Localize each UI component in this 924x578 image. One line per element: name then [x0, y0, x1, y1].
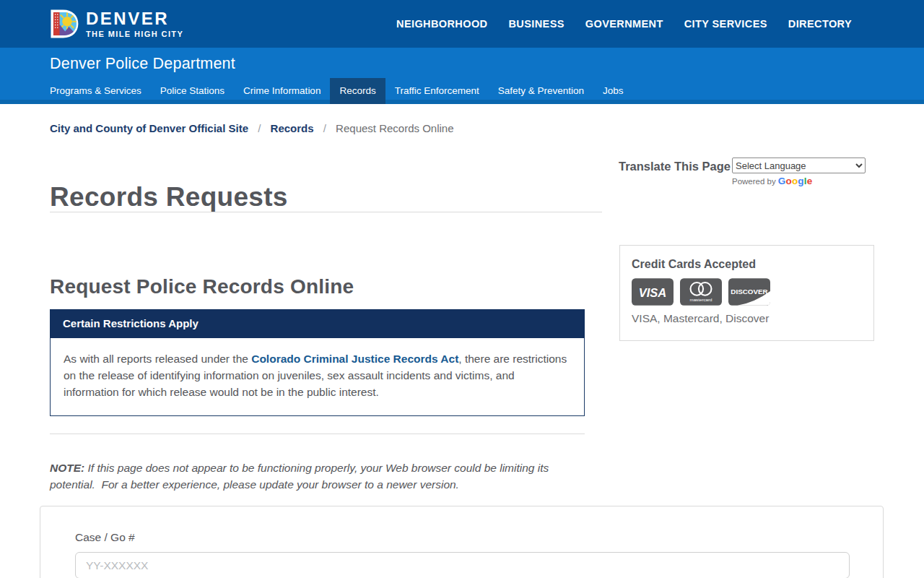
svg-text:mastercard: mastercard [689, 297, 712, 302]
dept-nav-safety-prevention[interactable]: Safety & Prevention [489, 78, 593, 104]
language-select[interactable]: Select Language [732, 158, 866, 173]
svg-text:VISA: VISA [639, 286, 667, 300]
credit-cards-box: Credit Cards Accepted VISA mastercard DI… [619, 245, 874, 341]
discover-icon: DISCOVER [728, 278, 770, 306]
breadcrumb-separator: / [323, 122, 326, 134]
section-divider [50, 434, 585, 434]
top-nav-government[interactable]: GOVERNMENT [585, 18, 663, 30]
city-top-nav: NEIGHBORHOOD BUSINESS GOVERNMENT CITY SE… [396, 0, 852, 48]
breadcrumb-city-county-link[interactable]: City and County of Denver Official Site [50, 122, 248, 134]
breadcrumb: City and County of Denver Official Site … [50, 122, 454, 134]
records-request-form: Case / Go # [40, 506, 884, 578]
breadcrumb-current-page: Request Records Online [336, 122, 453, 134]
top-nav-directory[interactable]: DIRECTORY [788, 18, 852, 30]
google-powered-by: Powered byGoogle [732, 176, 812, 186]
breadcrumb-separator: / [258, 122, 261, 134]
credit-cards-title: Credit Cards Accepted [632, 258, 862, 271]
alert-body-text: As with all reports released under the [64, 353, 251, 365]
department-header-band: Denver Police Department Programs & Serv… [0, 48, 924, 104]
credit-card-icons: VISA mastercard DISCOVER [632, 278, 862, 306]
brand-tagline: THE MILE HIGH CITY [86, 30, 183, 38]
dept-nav-crime-information[interactable]: Crime Information [234, 78, 330, 104]
ccjra-link[interactable]: Colorado Criminal Justice Records Act [251, 353, 458, 365]
dept-nav-jobs[interactable]: Jobs [593, 78, 633, 104]
alert-body: As with all reports released under the C… [50, 338, 585, 416]
dept-nav-programs-services[interactable]: Programs & Services [40, 78, 151, 104]
note-text: If this page does not appear to be funct… [50, 462, 552, 491]
top-header-bar: DENVER THE MILE HIGH CITY NEIGHBORHOOD B… [0, 0, 924, 48]
note-label: NOTE: [50, 462, 84, 474]
top-nav-city-services[interactable]: CITY SERVICES [684, 18, 767, 30]
alert-header: Certain Restrictions Apply [50, 309, 585, 338]
dept-nav-police-stations[interactable]: Police Stations [151, 78, 234, 104]
restrictions-alert-panel: Certain Restrictions Apply As with all r… [50, 309, 585, 416]
top-nav-business[interactable]: BUSINESS [508, 18, 564, 30]
dept-nav-traffic-enforcement[interactable]: Traffic Enforcement [385, 78, 489, 104]
top-nav-neighborhood[interactable]: NEIGHBORHOOD [396, 18, 487, 30]
svg-text:DISCOVER: DISCOVER [731, 288, 767, 296]
browser-note: NOTE: If this page does not appear to be… [50, 460, 590, 493]
department-title: Denver Police Department [50, 55, 235, 73]
denver-d-logo-icon [49, 6, 79, 42]
credit-cards-list: VISA, Mastercard, Discover [632, 312, 862, 325]
department-nav: Programs & Services Police Stations Crim… [40, 78, 633, 104]
page-title: Records Requests [50, 182, 288, 212]
visa-icon: VISA [632, 278, 674, 306]
dept-nav-records-active-tab[interactable]: Records [330, 78, 385, 104]
title-divider [50, 212, 602, 212]
powered-by-text: Powered by [732, 177, 776, 186]
brand-name: DENVER [86, 10, 183, 27]
translate-label: Translate This Page [619, 160, 731, 173]
section-heading: Request Police Records Online [50, 275, 354, 298]
denver-home-logo[interactable]: DENVER THE MILE HIGH CITY [49, 6, 183, 42]
mastercard-icon: mastercard [680, 278, 722, 306]
case-go-number-input[interactable] [75, 552, 850, 578]
case-go-number-label: Case / Go # [75, 531, 883, 544]
breadcrumb-records-link[interactable]: Records [271, 122, 314, 134]
google-logo: Google [778, 176, 813, 186]
